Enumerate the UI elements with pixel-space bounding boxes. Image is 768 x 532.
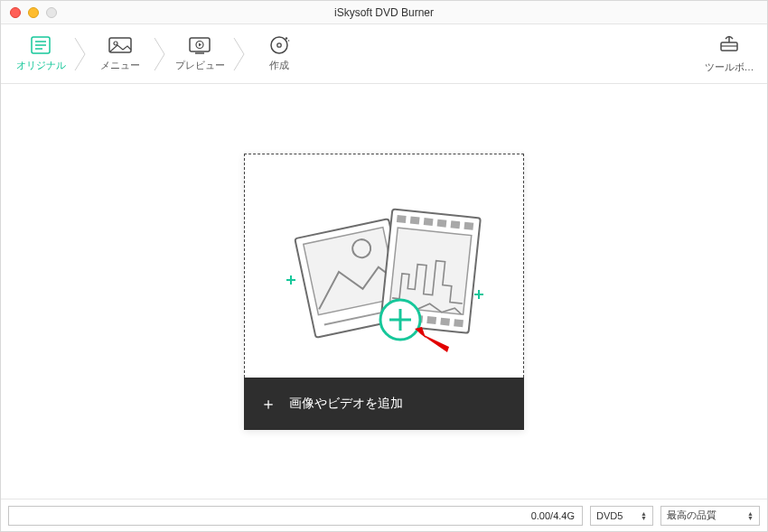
disc-size-text: 0.00/4.4G: [531, 510, 575, 521]
svg-rect-36: [440, 318, 450, 326]
svg-rect-30: [451, 220, 461, 229]
titlebar: iSkysoft DVD Burner: [1, 1, 767, 24]
toolbar: オリジナル メニュー: [1, 24, 767, 84]
toolbox-label: ツールボ…: [702, 61, 756, 74]
app-window: iSkysoft DVD Burner オリジナル: [0, 0, 768, 532]
toolbar-right: ツールボ…: [702, 24, 756, 83]
plus-icon: ＋: [260, 393, 276, 415]
step-label: 作成: [269, 59, 289, 72]
media-dropzone[interactable]: [244, 154, 524, 378]
quality-value: 最高の品質: [667, 509, 716, 522]
image-icon: [108, 35, 133, 55]
step-burn[interactable]: 作成: [248, 24, 310, 83]
svg-point-5: [114, 42, 117, 45]
stepper-icon: ▲▼: [747, 511, 754, 520]
play-screen-icon: [187, 35, 212, 55]
step-breadcrumb: オリジナル メニュー: [10, 24, 310, 83]
status-bar: 0.00/4.4G DVD5 ▲▼ 最高の品質 ▲▼: [1, 499, 767, 531]
svg-rect-29: [437, 219, 447, 228]
svg-rect-28: [424, 218, 434, 226]
step-original[interactable]: オリジナル: [10, 24, 71, 83]
quality-select[interactable]: 最高の品質 ▲▼: [660, 506, 760, 526]
toolbox-icon: [716, 33, 742, 57]
svg-marker-8: [199, 43, 201, 47]
dropzone-illustration: [267, 175, 501, 356]
svg-point-12: [286, 37, 287, 39]
step-label: プレビュー: [175, 59, 225, 72]
step-menu[interactable]: メニュー: [89, 24, 151, 83]
document-icon: [28, 35, 53, 55]
svg-point-10: [271, 37, 287, 53]
drop-card: ＋ 画像やビデオを追加: [244, 154, 524, 430]
svg-rect-31: [464, 222, 473, 230]
step-preview[interactable]: プレビュー: [169, 24, 230, 83]
disc-type-select[interactable]: DVD5 ▲▼: [590, 506, 653, 526]
svg-point-11: [277, 43, 281, 47]
svg-rect-37: [454, 319, 464, 327]
chevron-right-icon: [230, 36, 248, 72]
disc-type-value: DVD5: [596, 510, 623, 521]
step-label: オリジナル: [16, 59, 66, 72]
add-media-button[interactable]: ＋ 画像やビデオを追加: [244, 378, 524, 430]
svg-rect-26: [397, 215, 407, 223]
svg-point-13: [288, 40, 290, 42]
add-media-label: 画像やビデオを追加: [289, 396, 403, 412]
chevron-right-icon: [151, 36, 169, 72]
svg-rect-27: [410, 217, 420, 225]
disc-size-field: 0.00/4.4G: [8, 506, 583, 526]
disc-icon: [267, 35, 292, 55]
step-label: メニュー: [100, 59, 140, 72]
app-title: iSkysoft DVD Burner: [1, 6, 767, 19]
stepper-icon: ▲▼: [641, 511, 647, 520]
chevron-right-icon: [71, 36, 89, 72]
svg-rect-4: [109, 38, 131, 52]
toolbox-button[interactable]: ツールボ…: [702, 33, 756, 74]
main-area: ＋ 画像やビデオを追加: [1, 84, 767, 499]
svg-rect-35: [426, 316, 436, 324]
